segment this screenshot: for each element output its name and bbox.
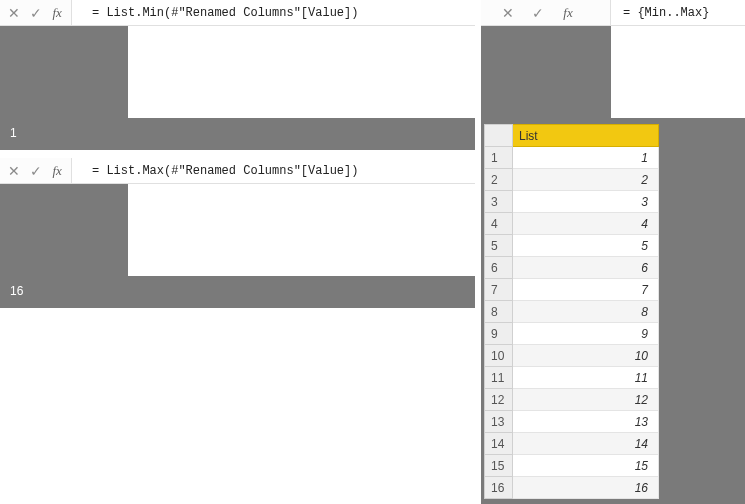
list-value[interactable]: 14 (513, 433, 659, 455)
list-value[interactable]: 1 (513, 147, 659, 169)
row-index[interactable]: 5 (485, 235, 513, 257)
list-value[interactable]: 6 (513, 257, 659, 279)
confirm-icon[interactable]: ✓ (28, 162, 44, 180)
fx-icon[interactable]: fx (49, 4, 65, 22)
row-index[interactable]: 4 (485, 213, 513, 235)
formula-bar-max: ✕ ✓ fx = List.Max(#"Renamed Columns"[Val… (0, 158, 475, 184)
fx-icon[interactable]: fx (559, 4, 577, 22)
table-row[interactable]: 55 (485, 235, 659, 257)
row-index[interactable]: 15 (485, 455, 513, 477)
formula-input-range[interactable]: = {Min..Max} (611, 0, 745, 25)
table-row[interactable]: 1616 (485, 477, 659, 499)
formula-icons: ✕ ✓ fx (0, 0, 72, 25)
row-index[interactable]: 13 (485, 411, 513, 433)
table-header-row: List (485, 125, 659, 147)
row-index[interactable]: 10 (485, 345, 513, 367)
table-row[interactable]: 88 (485, 301, 659, 323)
row-index[interactable]: 3 (485, 191, 513, 213)
panel-range-list: ✕ ✓ fx = {Min..Max} List 112233445566778… (481, 0, 745, 504)
fx-icon[interactable]: fx (49, 162, 65, 180)
result-min: 1 (2, 124, 25, 142)
table-row[interactable]: 44 (485, 213, 659, 235)
table-row[interactable]: 99 (485, 323, 659, 345)
list-value[interactable]: 3 (513, 191, 659, 213)
preview-area-min (128, 26, 475, 118)
preview-area-range (611, 26, 745, 118)
table-row[interactable]: 1414 (485, 433, 659, 455)
table-row[interactable]: 33 (485, 191, 659, 213)
cancel-icon[interactable]: ✕ (6, 162, 22, 180)
row-index[interactable]: 9 (485, 323, 513, 345)
row-index[interactable]: 2 (485, 169, 513, 191)
table-row[interactable]: 77 (485, 279, 659, 301)
table-row[interactable]: 1010 (485, 345, 659, 367)
table-row[interactable]: 1212 (485, 389, 659, 411)
row-header-blank (485, 125, 513, 147)
list-value[interactable]: 9 (513, 323, 659, 345)
table-row[interactable]: 1515 (485, 455, 659, 477)
formula-input-max[interactable]: = List.Max(#"Renamed Columns"[Value]) (72, 158, 475, 183)
formula-icons: ✕ ✓ fx (481, 0, 611, 25)
column-header-list[interactable]: List (513, 125, 659, 147)
row-index[interactable]: 16 (485, 477, 513, 499)
table-row[interactable]: 1111 (485, 367, 659, 389)
list-value[interactable]: 15 (513, 455, 659, 477)
result-max: 16 (2, 282, 31, 300)
row-index[interactable]: 7 (485, 279, 513, 301)
row-index[interactable]: 14 (485, 433, 513, 455)
list-table: List 11223344556677889910101111121213131… (484, 124, 659, 499)
formula-icons: ✕ ✓ fx (0, 158, 72, 183)
list-value[interactable]: 4 (513, 213, 659, 235)
list-value[interactable]: 12 (513, 389, 659, 411)
row-index[interactable]: 6 (485, 257, 513, 279)
list-value[interactable]: 13 (513, 411, 659, 433)
panel-list-min: ✕ ✓ fx = List.Min(#"Renamed Columns"[Val… (0, 0, 475, 150)
row-index[interactable]: 12 (485, 389, 513, 411)
list-value[interactable]: 2 (513, 169, 659, 191)
list-value[interactable]: 11 (513, 367, 659, 389)
list-value[interactable]: 10 (513, 345, 659, 367)
cancel-icon[interactable]: ✕ (499, 4, 517, 22)
formula-input-min[interactable]: = List.Min(#"Renamed Columns"[Value]) (72, 0, 475, 25)
row-index[interactable]: 8 (485, 301, 513, 323)
preview-area-max (128, 184, 475, 276)
table-row[interactable]: 11 (485, 147, 659, 169)
list-value[interactable]: 8 (513, 301, 659, 323)
panel-list-max: ✕ ✓ fx = List.Max(#"Renamed Columns"[Val… (0, 158, 475, 308)
table-row[interactable]: 66 (485, 257, 659, 279)
list-value[interactable]: 7 (513, 279, 659, 301)
row-index[interactable]: 1 (485, 147, 513, 169)
formula-bar-range: ✕ ✓ fx = {Min..Max} (481, 0, 745, 26)
cancel-icon[interactable]: ✕ (6, 4, 22, 22)
formula-bar-min: ✕ ✓ fx = List.Min(#"Renamed Columns"[Val… (0, 0, 475, 26)
list-value[interactable]: 5 (513, 235, 659, 257)
list-table-body: 1122334455667788991010111112121313141415… (485, 147, 659, 499)
table-row[interactable]: 22 (485, 169, 659, 191)
table-row[interactable]: 1313 (485, 411, 659, 433)
confirm-icon[interactable]: ✓ (28, 4, 44, 22)
row-index[interactable]: 11 (485, 367, 513, 389)
list-value[interactable]: 16 (513, 477, 659, 499)
confirm-icon[interactable]: ✓ (529, 4, 547, 22)
